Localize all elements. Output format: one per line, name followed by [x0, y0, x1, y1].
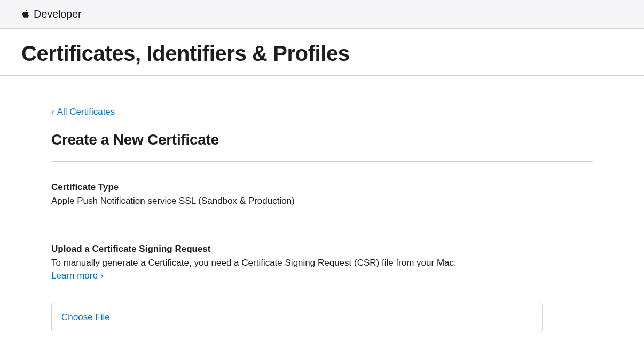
brand-text: Developer [34, 8, 81, 20]
choose-file-button[interactable]: Choose File [61, 312, 110, 323]
certificate-type-label: Certificate Type [51, 182, 593, 193]
page-title: Create a New Certificate [51, 131, 593, 162]
back-link-label: All Certificates [57, 107, 115, 117]
learn-more-label: Learn more [51, 271, 98, 281]
certificate-type-value: Apple Push Notification service SSL (San… [51, 196, 593, 206]
apple-logo-icon [21, 9, 30, 20]
top-bar: Developer [0, 0, 644, 29]
file-upload-box[interactable]: Choose File [51, 303, 543, 332]
back-link-all-certificates[interactable]: ‹ All Certificates [51, 107, 115, 117]
section-title: Certificates, Identifiers & Profiles [21, 42, 623, 66]
upload-csr-label: Upload a Certificate Signing Request [51, 244, 593, 254]
main-content: ‹ All Certificates Create a New Certific… [0, 76, 644, 354]
upload-csr-section: Upload a Certificate Signing Request To … [51, 244, 593, 332]
chevron-right-icon: › [100, 271, 104, 281]
learn-more-link[interactable]: Learn more › [51, 271, 104, 281]
upload-csr-description: To manually generate a Certificate, you … [51, 258, 593, 268]
chevron-left-icon: ‹ [51, 107, 54, 117]
certificate-type-section: Certificate Type Apple Push Notification… [51, 182, 593, 206]
section-header: Certificates, Identifiers & Profiles [0, 29, 644, 76]
brand-link[interactable]: Developer [21, 8, 81, 20]
